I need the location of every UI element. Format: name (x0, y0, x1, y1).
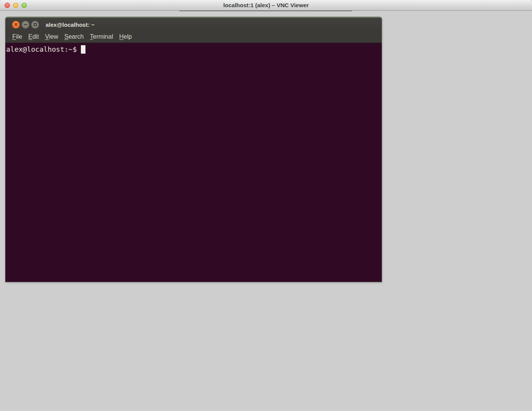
vnc-remote-desktop: ✕ alex@localhost: ~ File Edit View Searc… (0, 11, 532, 411)
terminal-screen[interactable]: alex@localhost:~$ (5, 43, 382, 282)
menu-search[interactable]: Search (61, 31, 87, 43)
vnc-window-title: localhost:1 (alex) – VNC Viewer (0, 0, 532, 10)
terminal-cursor (81, 45, 85, 54)
minimize-icon (24, 24, 27, 25)
terminal-window-buttons: ✕ (12, 21, 39, 29)
shell-prompt: alex@localhost:~$ (6, 45, 77, 54)
terminal-titlebar[interactable]: ✕ alex@localhost: ~ (5, 18, 382, 31)
close-icon: ✕ (14, 22, 18, 27)
menu-edit[interactable]: Edit (25, 31, 42, 43)
macos-titlebar[interactable]: localhost:1 (alex) – VNC Viewer (0, 0, 532, 11)
menu-help[interactable]: Help (116, 31, 135, 43)
menu-view[interactable]: View (42, 31, 61, 43)
maximize-icon (34, 23, 37, 26)
terminal-menubar: File Edit View Search Terminal Help (5, 31, 382, 43)
terminal-close-button[interactable]: ✕ (12, 21, 20, 29)
terminal-maximize-button[interactable] (31, 21, 39, 29)
terminal-prompt-line: alex@localhost:~$ (6, 45, 381, 54)
terminal-minimize-button[interactable] (21, 21, 30, 29)
terminal-window: ✕ alex@localhost: ~ File Edit View Searc… (5, 17, 382, 282)
terminal-title: alex@localhost: ~ (46, 21, 95, 28)
menu-terminal[interactable]: Terminal (87, 31, 116, 43)
menu-file[interactable]: File (9, 31, 25, 43)
